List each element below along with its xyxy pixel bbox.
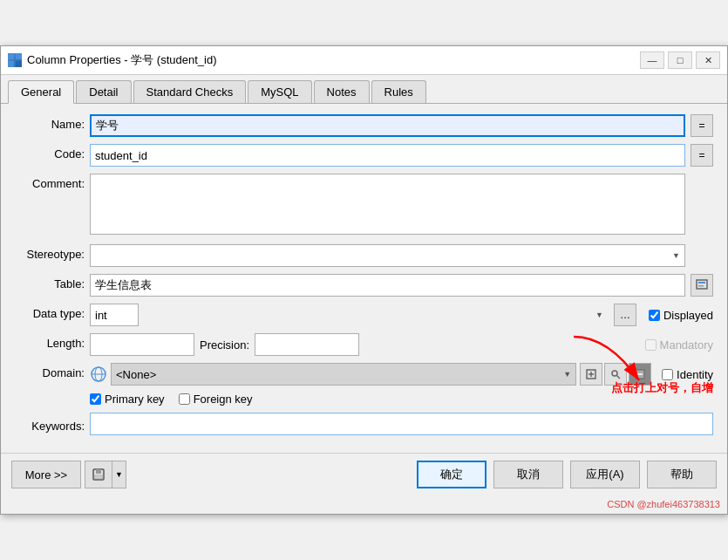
svg-rect-4 — [697, 280, 707, 289]
precision-label: Precision: — [200, 338, 249, 352]
domain-annotation-area: Domain: <None> — [15, 363, 713, 386]
datatype-row: Data type: int varchar text … Displayed — [15, 304, 713, 326]
domain-select[interactable]: <None> — [111, 363, 576, 386]
table-browse-button[interactable] — [691, 274, 713, 297]
cancel-button[interactable]: 取消 — [493, 461, 563, 488]
datatype-browse-button[interactable]: … — [614, 304, 636, 326]
annotation-text: 点击打上对号，自增 — [611, 380, 713, 396]
code-row: Code: = — [15, 144, 713, 167]
svg-rect-20 — [94, 475, 103, 479]
svg-line-14 — [617, 376, 621, 379]
close-button[interactable]: ✕ — [696, 51, 720, 69]
displayed-checkbox[interactable] — [649, 310, 660, 321]
minimize-button[interactable]: — — [640, 51, 664, 69]
domain-label: Domain: — [15, 363, 85, 379]
name-input[interactable] — [90, 114, 685, 137]
svg-rect-2 — [8, 61, 14, 67]
domain-row: Domain: <None> — [15, 363, 713, 386]
footer: More >> ▼ 确定 取消 应用(A) 帮助 — [1, 453, 727, 495]
right-checks: Displayed — [649, 309, 713, 322]
stereotype-select-wrapper — [90, 244, 685, 267]
tab-detail[interactable]: Detail — [76, 80, 131, 103]
app-icon — [8, 53, 22, 67]
tab-general[interactable]: General — [8, 80, 74, 104]
datatype-select-wrapper: int varchar text — [90, 304, 609, 326]
svg-rect-1 — [16, 53, 22, 59]
keywords-field-wrapper — [90, 413, 713, 435]
code-input[interactable] — [90, 144, 685, 167]
watermark-text: CSDN @zhufei463738313 — [607, 499, 720, 509]
domain-icon — [90, 365, 107, 383]
length-row: Length: Precision: Mandatory — [15, 333, 713, 356]
name-field-wrapper — [90, 114, 685, 137]
apply-button[interactable]: 应用(A) — [570, 461, 640, 488]
main-window: Column Properties - 学号 (student_id) — □ … — [0, 45, 728, 515]
svg-rect-5 — [698, 282, 705, 283]
foreign-key-checkbox[interactable] — [179, 393, 190, 405]
save-button[interactable] — [85, 461, 112, 488]
datatype-field-group: int varchar text … Displayed — [90, 304, 713, 326]
content-area: Name: = Code: = Comment: Stereotype: — [1, 104, 727, 453]
maximize-button[interactable]: □ — [668, 51, 692, 69]
identity-checkbox-label[interactable]: Identity — [662, 368, 713, 381]
datatype-select[interactable]: int varchar text — [90, 304, 139, 326]
length-label: Length: — [15, 333, 85, 350]
save-dropdown-button[interactable]: ▼ — [112, 461, 126, 488]
save-button-group: ▼ — [85, 461, 126, 488]
table-input[interactable] — [90, 274, 685, 297]
help-button[interactable]: 帮助 — [647, 461, 717, 488]
ok-button[interactable]: 确定 — [417, 461, 486, 488]
svg-rect-6 — [698, 285, 704, 287]
keywords-input[interactable] — [90, 413, 713, 435]
svg-rect-0 — [8, 53, 14, 59]
more-button[interactable]: More >> — [11, 461, 81, 488]
watermark-area: CSDN @zhufei463738313 — [1, 495, 727, 514]
mandatory-checkbox-label[interactable]: Mandatory — [645, 338, 713, 352]
mandatory-checkbox[interactable] — [645, 339, 657, 351]
svg-point-13 — [612, 371, 617, 376]
svg-rect-3 — [16, 61, 22, 67]
title-controls: — □ ✕ — [640, 51, 720, 69]
primary-key-checkbox-label[interactable]: Primary key — [90, 393, 165, 406]
code-eq-button[interactable]: = — [691, 144, 713, 167]
tab-rules[interactable]: Rules — [371, 80, 426, 103]
keys-row: Primary key Foreign key — [15, 393, 713, 406]
svg-rect-19 — [96, 469, 101, 474]
title-bar: Column Properties - 学号 (student_id) — □ … — [1, 46, 727, 75]
primary-key-checkbox[interactable] — [90, 393, 101, 405]
stereotype-row: Stereotype: — [15, 244, 713, 267]
table-label: Table: — [15, 274, 85, 290]
length-input[interactable] — [90, 333, 194, 356]
length-precision-group: Precision: Mandatory — [90, 333, 713, 356]
comment-textarea[interactable] — [90, 174, 685, 235]
code-label: Code: — [15, 144, 85, 160]
stereotype-label: Stereotype: — [15, 244, 85, 261]
datatype-label: Data type: — [15, 304, 85, 320]
identity-check-area: Identity — [662, 368, 713, 381]
domain-select-wrapper: <None> — [111, 363, 576, 386]
foreign-key-checkbox-label[interactable]: Foreign key — [179, 393, 253, 406]
name-eq-button[interactable]: = — [691, 114, 713, 137]
tab-standard-checks[interactable]: Standard Checks — [133, 80, 247, 103]
precision-input[interactable] — [255, 333, 359, 356]
table-row-field: Table: — [15, 274, 713, 297]
comment-label: Comment: — [15, 174, 85, 190]
keywords-row: Keywords: — [15, 413, 713, 435]
name-row: Name: = — [15, 114, 713, 137]
code-field-wrapper — [90, 144, 685, 167]
comment-field-wrapper — [90, 174, 685, 237]
window-title: Column Properties - 学号 (student_id) — [27, 52, 216, 68]
displayed-checkbox-label[interactable]: Displayed — [649, 309, 713, 322]
identity-checkbox[interactable] — [662, 369, 673, 380]
keywords-label: Keywords: — [15, 416, 85, 433]
footer-left: More >> ▼ — [11, 461, 126, 488]
table-field-wrapper — [90, 274, 713, 297]
comment-row: Comment: — [15, 174, 713, 237]
domain-new-button[interactable] — [580, 363, 602, 386]
mandatory-check-area: Mandatory — [645, 338, 713, 352]
title-bar-left: Column Properties - 学号 (student_id) — [8, 52, 216, 68]
stereotype-select[interactable] — [90, 244, 685, 267]
tab-mysql[interactable]: MySQL — [248, 80, 311, 103]
tab-notes[interactable]: Notes — [314, 80, 370, 103]
name-label: Name: — [15, 114, 85, 131]
